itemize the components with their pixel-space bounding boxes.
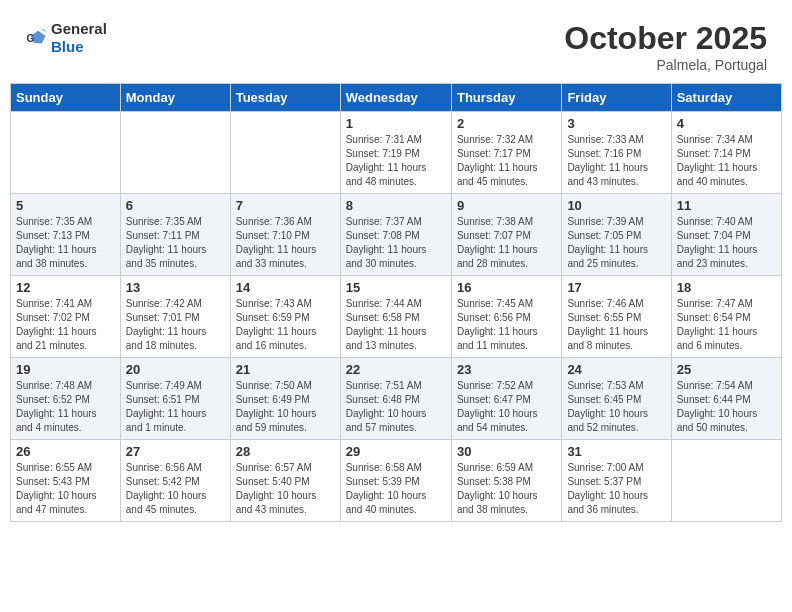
day-number: 13: [126, 280, 225, 295]
day-info: Sunrise: 7:34 AM Sunset: 7:14 PM Dayligh…: [677, 133, 776, 189]
week-row-5: 26Sunrise: 6:55 AM Sunset: 5:43 PM Dayli…: [11, 440, 782, 522]
day-number: 6: [126, 198, 225, 213]
calendar-cell: 12Sunrise: 7:41 AM Sunset: 7:02 PM Dayli…: [11, 276, 121, 358]
calendar-cell: 3Sunrise: 7:33 AM Sunset: 7:16 PM Daylig…: [562, 112, 671, 194]
day-info: Sunrise: 7:43 AM Sunset: 6:59 PM Dayligh…: [236, 297, 335, 353]
day-info: Sunrise: 7:37 AM Sunset: 7:08 PM Dayligh…: [346, 215, 446, 271]
day-number: 3: [567, 116, 665, 131]
day-info: Sunrise: 7:35 AM Sunset: 7:11 PM Dayligh…: [126, 215, 225, 271]
day-number: 17: [567, 280, 665, 295]
calendar-cell: 14Sunrise: 7:43 AM Sunset: 6:59 PM Dayli…: [230, 276, 340, 358]
day-number: 8: [346, 198, 446, 213]
week-row-4: 19Sunrise: 7:48 AM Sunset: 6:52 PM Dayli…: [11, 358, 782, 440]
calendar-cell: 6Sunrise: 7:35 AM Sunset: 7:11 PM Daylig…: [120, 194, 230, 276]
weekday-header-wednesday: Wednesday: [340, 84, 451, 112]
logo-icon: G: [25, 27, 47, 49]
calendar-cell: 11Sunrise: 7:40 AM Sunset: 7:04 PM Dayli…: [671, 194, 781, 276]
day-number: 28: [236, 444, 335, 459]
day-info: Sunrise: 7:53 AM Sunset: 6:45 PM Dayligh…: [567, 379, 665, 435]
calendar-cell: 23Sunrise: 7:52 AM Sunset: 6:47 PM Dayli…: [451, 358, 561, 440]
calendar-cell: 25Sunrise: 7:54 AM Sunset: 6:44 PM Dayli…: [671, 358, 781, 440]
day-info: Sunrise: 7:42 AM Sunset: 7:01 PM Dayligh…: [126, 297, 225, 353]
logo-general: General: [51, 20, 107, 37]
day-number: 21: [236, 362, 335, 377]
day-info: Sunrise: 7:47 AM Sunset: 6:54 PM Dayligh…: [677, 297, 776, 353]
calendar-cell: 31Sunrise: 7:00 AM Sunset: 5:37 PM Dayli…: [562, 440, 671, 522]
calendar-cell: 20Sunrise: 7:49 AM Sunset: 6:51 PM Dayli…: [120, 358, 230, 440]
day-number: 26: [16, 444, 115, 459]
day-number: 11: [677, 198, 776, 213]
calendar-cell: 5Sunrise: 7:35 AM Sunset: 7:13 PM Daylig…: [11, 194, 121, 276]
day-info: Sunrise: 7:35 AM Sunset: 7:13 PM Dayligh…: [16, 215, 115, 271]
day-info: Sunrise: 7:39 AM Sunset: 7:05 PM Dayligh…: [567, 215, 665, 271]
day-info: Sunrise: 6:55 AM Sunset: 5:43 PM Dayligh…: [16, 461, 115, 517]
day-info: Sunrise: 7:33 AM Sunset: 7:16 PM Dayligh…: [567, 133, 665, 189]
header: G General Blue October 2025 Palmela, Por…: [10, 10, 782, 78]
day-number: 18: [677, 280, 776, 295]
calendar-cell: 19Sunrise: 7:48 AM Sunset: 6:52 PM Dayli…: [11, 358, 121, 440]
day-number: 30: [457, 444, 556, 459]
calendar-cell: 8Sunrise: 7:37 AM Sunset: 7:08 PM Daylig…: [340, 194, 451, 276]
logo: G General Blue: [25, 20, 107, 56]
calendar-cell: 15Sunrise: 7:44 AM Sunset: 6:58 PM Dayli…: [340, 276, 451, 358]
day-number: 19: [16, 362, 115, 377]
calendar-cell: [671, 440, 781, 522]
weekday-header-sunday: Sunday: [11, 84, 121, 112]
day-number: 2: [457, 116, 556, 131]
weekday-header-row: SundayMondayTuesdayWednesdayThursdayFrid…: [11, 84, 782, 112]
day-info: Sunrise: 7:36 AM Sunset: 7:10 PM Dayligh…: [236, 215, 335, 271]
month-title: October 2025: [564, 20, 767, 57]
calendar-cell: 10Sunrise: 7:39 AM Sunset: 7:05 PM Dayli…: [562, 194, 671, 276]
day-number: 10: [567, 198, 665, 213]
day-info: Sunrise: 7:54 AM Sunset: 6:44 PM Dayligh…: [677, 379, 776, 435]
weekday-header-monday: Monday: [120, 84, 230, 112]
day-number: 23: [457, 362, 556, 377]
day-number: 4: [677, 116, 776, 131]
calendar-cell: [11, 112, 121, 194]
logo-blue: Blue: [51, 38, 84, 55]
weekday-header-thursday: Thursday: [451, 84, 561, 112]
day-info: Sunrise: 7:32 AM Sunset: 7:17 PM Dayligh…: [457, 133, 556, 189]
day-info: Sunrise: 7:00 AM Sunset: 5:37 PM Dayligh…: [567, 461, 665, 517]
calendar-cell: [230, 112, 340, 194]
day-info: Sunrise: 7:46 AM Sunset: 6:55 PM Dayligh…: [567, 297, 665, 353]
calendar-cell: 9Sunrise: 7:38 AM Sunset: 7:07 PM Daylig…: [451, 194, 561, 276]
calendar-cell: 27Sunrise: 6:56 AM Sunset: 5:42 PM Dayli…: [120, 440, 230, 522]
weekday-header-saturday: Saturday: [671, 84, 781, 112]
svg-marker-2: [41, 29, 47, 33]
day-info: Sunrise: 7:51 AM Sunset: 6:48 PM Dayligh…: [346, 379, 446, 435]
day-info: Sunrise: 7:40 AM Sunset: 7:04 PM Dayligh…: [677, 215, 776, 271]
calendar: SundayMondayTuesdayWednesdayThursdayFrid…: [10, 83, 782, 522]
day-info: Sunrise: 7:50 AM Sunset: 6:49 PM Dayligh…: [236, 379, 335, 435]
day-info: Sunrise: 7:49 AM Sunset: 6:51 PM Dayligh…: [126, 379, 225, 435]
day-info: Sunrise: 7:45 AM Sunset: 6:56 PM Dayligh…: [457, 297, 556, 353]
calendar-cell: 17Sunrise: 7:46 AM Sunset: 6:55 PM Dayli…: [562, 276, 671, 358]
weekday-header-tuesday: Tuesday: [230, 84, 340, 112]
day-number: 9: [457, 198, 556, 213]
calendar-cell: 21Sunrise: 7:50 AM Sunset: 6:49 PM Dayli…: [230, 358, 340, 440]
calendar-cell: 18Sunrise: 7:47 AM Sunset: 6:54 PM Dayli…: [671, 276, 781, 358]
day-number: 12: [16, 280, 115, 295]
day-number: 29: [346, 444, 446, 459]
calendar-cell: 2Sunrise: 7:32 AM Sunset: 7:17 PM Daylig…: [451, 112, 561, 194]
day-info: Sunrise: 6:56 AM Sunset: 5:42 PM Dayligh…: [126, 461, 225, 517]
day-info: Sunrise: 6:59 AM Sunset: 5:38 PM Dayligh…: [457, 461, 556, 517]
day-number: 5: [16, 198, 115, 213]
day-number: 1: [346, 116, 446, 131]
calendar-cell: 16Sunrise: 7:45 AM Sunset: 6:56 PM Dayli…: [451, 276, 561, 358]
day-number: 27: [126, 444, 225, 459]
day-info: Sunrise: 7:31 AM Sunset: 7:19 PM Dayligh…: [346, 133, 446, 189]
day-number: 25: [677, 362, 776, 377]
calendar-cell: 1Sunrise: 7:31 AM Sunset: 7:19 PM Daylig…: [340, 112, 451, 194]
week-row-1: 1Sunrise: 7:31 AM Sunset: 7:19 PM Daylig…: [11, 112, 782, 194]
calendar-cell: 30Sunrise: 6:59 AM Sunset: 5:38 PM Dayli…: [451, 440, 561, 522]
day-number: 31: [567, 444, 665, 459]
calendar-cell: 7Sunrise: 7:36 AM Sunset: 7:10 PM Daylig…: [230, 194, 340, 276]
title-area: October 2025 Palmela, Portugal: [564, 20, 767, 73]
calendar-cell: 26Sunrise: 6:55 AM Sunset: 5:43 PM Dayli…: [11, 440, 121, 522]
calendar-cell: 24Sunrise: 7:53 AM Sunset: 6:45 PM Dayli…: [562, 358, 671, 440]
calendar-cell: 29Sunrise: 6:58 AM Sunset: 5:39 PM Dayli…: [340, 440, 451, 522]
calendar-cell: 28Sunrise: 6:57 AM Sunset: 5:40 PM Dayli…: [230, 440, 340, 522]
calendar-cell: [120, 112, 230, 194]
day-number: 14: [236, 280, 335, 295]
